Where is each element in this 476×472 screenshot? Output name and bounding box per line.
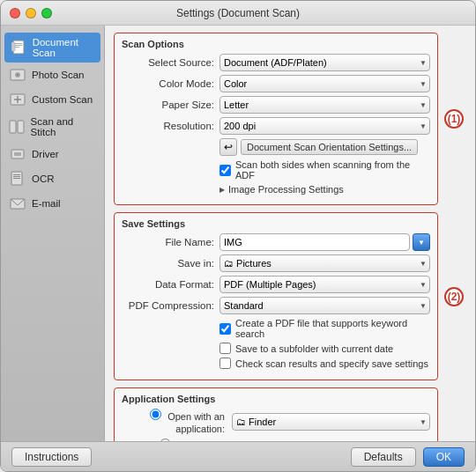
resolution-select[interactable]: 200 dpi [219, 117, 430, 135]
disclosure-triangle-icon: ▶ [219, 186, 225, 194]
sidebar: Document Scan Photo Scan Custom Scan Sca… [1, 26, 105, 441]
color-mode-dropdown[interactable]: Color [219, 75, 430, 92]
data-format-dropdown[interactable]: PDF (Multiple Pages) [219, 276, 430, 293]
content-area: Document Scan Photo Scan Custom Scan Sca… [1, 26, 475, 441]
save-in-label: Save in: [122, 258, 214, 269]
app-settings-label: Application Settings [122, 394, 430, 404]
open-with-select[interactable]: 🗂 Finder [232, 413, 430, 431]
data-format-label: Data Format: [122, 279, 214, 290]
sidebar-item-custom-scan[interactable]: Custom Scan [1, 87, 104, 112]
select-source-select[interactable]: Document (ADF/Platen) [219, 54, 430, 71]
keyword-search-checkbox[interactable] [219, 323, 231, 335]
instructions-button[interactable]: Instructions [11, 447, 92, 467]
svg-rect-12 [18, 121, 24, 133]
sidebar-item-scan-and-stitch[interactable]: Scan and Stitch [1, 112, 104, 142]
open-with-row: Open with an application: 🗂 Finder [122, 409, 430, 435]
image-processing-row[interactable]: ▶ Image Processing Settings [122, 184, 430, 195]
open-with-dropdown[interactable]: 🗂 Finder [232, 413, 430, 431]
paper-size-dropdown[interactable]: Letter [219, 96, 430, 114]
pdf-compression-label: PDF Compression: [122, 300, 214, 311]
email-icon [8, 195, 27, 211]
window: Settings (Document Scan) Document Scan P… [0, 0, 476, 472]
bottom-bar: Instructions Defaults OK [1, 441, 475, 471]
check-scan-label: Check scan results and specify save sett… [235, 358, 428, 369]
color-mode-select[interactable]: Color [219, 75, 430, 92]
data-format-row: Data Format: PDF (Multiple Pages) [122, 276, 430, 293]
image-processing-label: Image Processing Settings [228, 184, 344, 195]
sidebar-label-email: E-mail [32, 198, 61, 209]
resolution-row: Resolution: 200 dpi [122, 117, 430, 135]
pdf-compression-row: PDF Compression: Standard [122, 297, 430, 314]
custom-scan-icon [8, 92, 27, 107]
file-name-label: File Name: [122, 237, 214, 247]
scan-both-sides-label: Scan both sides when scanning from the A… [235, 159, 430, 181]
maximize-button[interactable] [41, 8, 52, 18]
close-button[interactable] [10, 8, 20, 18]
sidebar-label-photo-scan: Photo Scan [32, 70, 84, 80]
driver-icon [8, 146, 27, 162]
save-settings-section: Save Settings (2) File Name: ▼ Save in: … [114, 212, 438, 380]
pdf-compression-dropdown[interactable]: Standard [219, 297, 430, 314]
check-scan-checkbox[interactable] [219, 358, 231, 369]
save-in-select[interactable]: 🗂 Pictures [219, 254, 430, 272]
resolution-label: Resolution: [122, 121, 214, 131]
bottom-right-buttons: Defaults OK [351, 447, 465, 467]
scan-both-sides-checkbox[interactable] [219, 165, 231, 176]
svg-rect-4 [11, 42, 15, 51]
subfolder-checkbox[interactable] [219, 343, 231, 354]
orientation-settings-btn[interactable]: Document Scan Orientation Settings... [241, 139, 418, 155]
svg-rect-18 [13, 178, 20, 179]
svg-rect-11 [10, 121, 16, 133]
orientation-row: ↩ Document Scan Orientation Settings... [122, 138, 430, 156]
svg-rect-1 [15, 43, 22, 44]
app-settings-section: Application Settings (3) Open with an ap… [114, 387, 438, 441]
svg-rect-14 [14, 152, 21, 156]
main-panel: Scan Options (1) Select Source: Document… [105, 26, 475, 441]
open-with-radio[interactable] [150, 409, 161, 420]
photo-scan-icon [8, 67, 27, 83]
sidebar-label-driver: Driver [32, 149, 59, 159]
minimize-button[interactable] [26, 8, 36, 18]
window-controls [10, 8, 52, 18]
keyword-search-row: Create a PDF file that supports keyword … [122, 318, 430, 339]
file-name-arrow-btn[interactable]: ▼ [413, 233, 430, 251]
section-number-2: (2) [444, 287, 464, 306]
sidebar-item-email[interactable]: E-mail [1, 191, 104, 216]
scan-options-label: Scan Options [122, 39, 430, 49]
titlebar: Settings (Document Scan) [1, 1, 475, 26]
scan-stitch-icon [8, 119, 26, 135]
sidebar-label-document-scan: Document Scan [33, 37, 93, 58]
color-mode-row: Color Mode: Color [122, 75, 430, 92]
sidebar-label-scan-and-stitch: Scan and Stitch [31, 116, 97, 137]
save-in-row: Save in: 🗂 Pictures [122, 254, 430, 272]
svg-rect-17 [13, 176, 20, 177]
scan-both-sides-row: Scan both sides when scanning from the A… [122, 159, 430, 181]
save-in-dropdown[interactable]: 🗂 Pictures [219, 254, 430, 272]
sidebar-item-photo-scan[interactable]: Photo Scan [1, 63, 104, 87]
rotate-icon-btn[interactable]: ↩ [219, 138, 237, 156]
send-to-app-row: Send to an application: ▶ Preview [122, 439, 430, 441]
check-scan-row: Check scan results and specify save sett… [122, 358, 430, 369]
pdf-compression-select[interactable]: Standard [219, 297, 430, 314]
section-number-1: (1) [444, 109, 464, 129]
ocr-icon [8, 171, 27, 187]
defaults-button[interactable]: Defaults [351, 447, 416, 467]
file-name-input[interactable] [219, 233, 410, 251]
subfolder-row: Save to a subfolder with current date [122, 343, 430, 354]
send-to-app-radio[interactable] [160, 439, 171, 441]
sidebar-item-ocr[interactable]: OCR [1, 166, 104, 191]
subfolder-label: Save to a subfolder with current date [235, 343, 393, 354]
select-source-label: Select Source: [122, 57, 214, 68]
svg-rect-2 [15, 45, 22, 46]
file-name-row: File Name: ▼ [122, 233, 430, 251]
select-source-dropdown[interactable]: Document (ADF/Platen) [219, 54, 430, 71]
document-scan-icon [11, 40, 28, 55]
data-format-select[interactable]: PDF (Multiple Pages) [219, 276, 430, 293]
sidebar-item-driver[interactable]: Driver [1, 142, 104, 166]
ok-button[interactable]: OK [423, 447, 465, 467]
scan-options-section: Scan Options (1) Select Source: Document… [114, 33, 438, 205]
paper-size-label: Paper Size: [122, 100, 214, 110]
sidebar-item-document-scan[interactable]: Document Scan [4, 33, 100, 63]
paper-size-select[interactable]: Letter [219, 96, 430, 114]
resolution-dropdown[interactable]: 200 dpi [219, 117, 430, 135]
